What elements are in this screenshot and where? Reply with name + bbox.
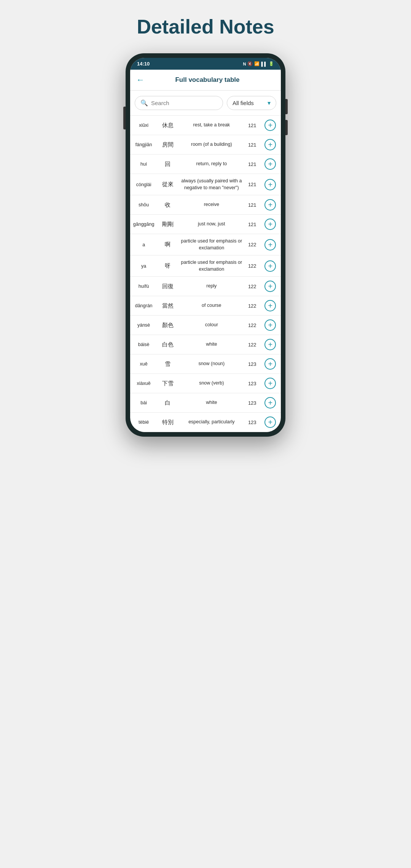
add-cell: + <box>260 135 281 155</box>
table-row: dāngrán 當然 of course 122 + <box>130 296 281 316</box>
pinyin-cell: a <box>130 234 157 255</box>
mute-icon: 🔇 <box>247 61 253 66</box>
add-cell: + <box>260 296 281 316</box>
filter-dropdown[interactable]: All fields ▾ <box>227 96 276 110</box>
lesson-number-cell: 123 <box>245 374 260 393</box>
add-cell: + <box>260 195 281 215</box>
chinese-cell: 休息 <box>157 116 178 135</box>
add-word-button[interactable]: + <box>264 281 276 292</box>
add-word-button[interactable]: + <box>264 300 276 311</box>
table-row: fángjiān 房間 room (of a building) 121 + <box>130 135 281 155</box>
add-cell: + <box>260 393 281 413</box>
table-row: yánsè 顏色 colour 122 + <box>130 316 281 335</box>
add-word-button[interactable]: + <box>264 416 276 428</box>
chinese-cell: 剛剛 <box>157 215 178 234</box>
power-button[interactable] <box>123 107 126 129</box>
chinese-cell: 收 <box>157 195 178 215</box>
add-cell: + <box>260 174 281 195</box>
definition-cell: particle used for emphasis or exclamatio… <box>178 255 245 277</box>
screen-title: Full vocabulary table <box>149 76 266 84</box>
pinyin-cell: báisè <box>130 335 157 354</box>
definition-cell: of course <box>178 296 245 316</box>
definition-cell: especially, particularly <box>178 413 245 432</box>
add-cell: + <box>260 234 281 255</box>
status-bar: 14:10 N 🔇 📶 ▌▌ 🔋 <box>130 58 281 70</box>
pinyin-cell: huífù <box>130 277 157 296</box>
lesson-number-cell: 121 <box>245 135 260 155</box>
vocab-table: xiūxi 休息 rest, take a break 121 + fángji… <box>130 116 281 432</box>
vol-down-button[interactable] <box>285 120 288 135</box>
chinese-cell: 房間 <box>157 135 178 155</box>
pinyin-cell: xiūxi <box>130 116 157 135</box>
table-row: xuě 雪 snow (noun) 123 + <box>130 354 281 374</box>
vol-up-button[interactable] <box>285 99 288 114</box>
back-button[interactable]: ← <box>136 75 145 85</box>
battery-icon: 🔋 <box>269 61 274 66</box>
definition-cell: reply <box>178 277 245 296</box>
page-title: Detailed Notes <box>137 15 274 38</box>
nfc-icon: N <box>243 62 246 66</box>
pinyin-cell: gānggāng <box>130 215 157 234</box>
chinese-cell: 下雪 <box>157 374 178 393</box>
definition-cell: receive <box>178 195 245 215</box>
add-cell: + <box>260 116 281 135</box>
pinyin-cell: shōu <box>130 195 157 215</box>
lesson-number-cell: 121 <box>245 174 260 195</box>
chinese-cell: 當然 <box>157 296 178 316</box>
definition-cell: particle used for emphasis or exclamatio… <box>178 234 245 255</box>
add-word-button[interactable]: + <box>264 239 276 251</box>
definition-cell: white <box>178 335 245 354</box>
definition-cell: rest, take a break <box>178 116 245 135</box>
definition-cell: snow (verb) <box>178 374 245 393</box>
pinyin-cell: tèbié <box>130 413 157 432</box>
add-word-button[interactable]: + <box>264 139 276 150</box>
add-word-button[interactable]: + <box>264 260 276 272</box>
pinyin-cell: ya <box>130 255 157 277</box>
lesson-number-cell: 123 <box>245 354 260 374</box>
table-row: báisè 白色 white 122 + <box>130 335 281 354</box>
add-word-button[interactable]: + <box>264 120 276 131</box>
lesson-number-cell: 121 <box>245 215 260 234</box>
pinyin-cell: cónglái <box>130 174 157 195</box>
table-row: shōu 收 receive 121 + <box>130 195 281 215</box>
add-word-button[interactable]: + <box>264 158 276 170</box>
definition-cell: return, reply to <box>178 155 245 174</box>
definition-cell: room (of a building) <box>178 135 245 155</box>
vocab-table-scroll: xiūxi 休息 rest, take a break 121 + fángji… <box>130 116 281 432</box>
chinese-cell: 呀 <box>157 255 178 277</box>
lesson-number-cell: 122 <box>245 277 260 296</box>
definition-cell: colour <box>178 316 245 335</box>
add-word-button[interactable]: + <box>264 219 276 230</box>
search-input[interactable] <box>151 100 217 106</box>
table-row: huí 回 return, reply to 121 + <box>130 155 281 174</box>
table-row: huífù 回復 reply 122 + <box>130 277 281 296</box>
add-word-button[interactable]: + <box>264 199 276 211</box>
chinese-cell: 回 <box>157 155 178 174</box>
add-cell: + <box>260 316 281 335</box>
definition-cell: white <box>178 393 245 413</box>
add-word-button[interactable]: + <box>264 319 276 331</box>
add-word-button[interactable]: + <box>264 179 276 190</box>
add-word-button[interactable]: + <box>264 378 276 389</box>
chinese-cell: 雪 <box>157 354 178 374</box>
add-word-button[interactable]: + <box>264 358 276 370</box>
search-input-wrap[interactable]: 🔍 <box>135 96 223 110</box>
add-cell: + <box>260 255 281 277</box>
lesson-number-cell: 122 <box>245 335 260 354</box>
pinyin-cell: fángjiān <box>130 135 157 155</box>
chinese-cell: 白色 <box>157 335 178 354</box>
add-cell: + <box>260 335 281 354</box>
chinese-cell: 啊 <box>157 234 178 255</box>
lesson-number-cell: 123 <box>245 393 260 413</box>
chinese-cell: 白 <box>157 393 178 413</box>
lesson-number-cell: 122 <box>245 316 260 335</box>
add-word-button[interactable]: + <box>264 339 276 350</box>
status-time: 14:10 <box>137 61 150 67</box>
search-icon: 🔍 <box>140 99 148 107</box>
table-row: gānggāng 剛剛 just now, just 121 + <box>130 215 281 234</box>
definition-cell: always (usually paired with a negative t… <box>178 174 245 195</box>
pinyin-cell: dāngrán <box>130 296 157 316</box>
add-cell: + <box>260 354 281 374</box>
table-row: a 啊 particle used for emphasis or exclam… <box>130 234 281 255</box>
add-word-button[interactable]: + <box>264 397 276 408</box>
